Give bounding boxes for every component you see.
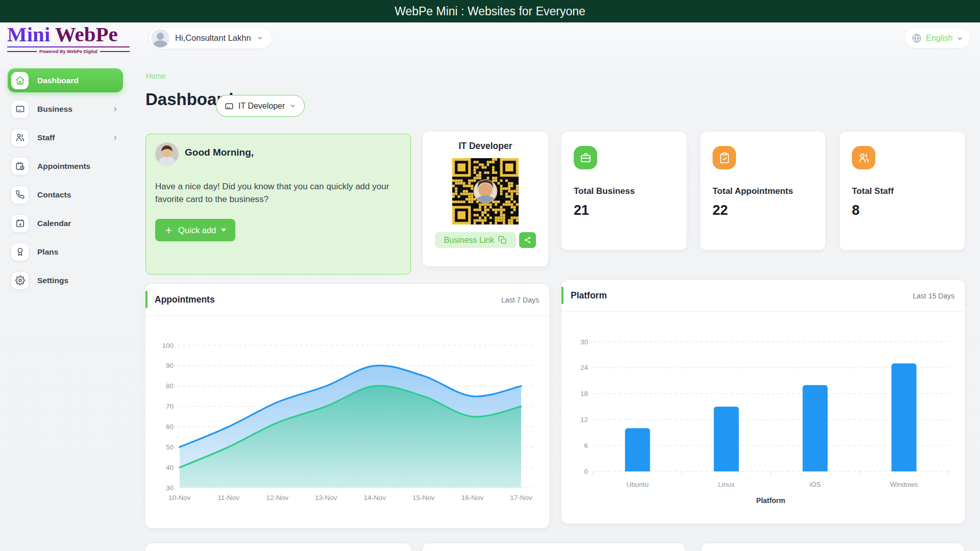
user-avatar bbox=[151, 29, 169, 47]
user-menu[interactable]: Hi,Consultant Lakhn bbox=[149, 27, 272, 49]
appointments-area-chart: 3040506070809010010-Nov11-Nov12-Nov13-No… bbox=[145, 316, 549, 527]
svg-text:11-Nov: 11-Nov bbox=[217, 494, 239, 502]
business-link-label: Business Link bbox=[444, 236, 495, 245]
home-icon bbox=[11, 72, 29, 89]
chevron-right-icon bbox=[112, 106, 119, 113]
business-name: IT Developer bbox=[435, 141, 536, 152]
svg-text:100: 100 bbox=[162, 342, 174, 349]
greeting-title: Good Morning, bbox=[185, 147, 254, 158]
chevron-right-icon bbox=[112, 134, 119, 141]
sidebar-item-calendar[interactable]: Calendar bbox=[8, 211, 123, 235]
svg-text:Ubuntu: Ubuntu bbox=[626, 481, 649, 488]
stat-label: Total Appointments bbox=[713, 186, 813, 196]
copy-icon bbox=[498, 236, 507, 244]
svg-text:Platform: Platform bbox=[756, 496, 786, 505]
svg-text:50: 50 bbox=[166, 443, 174, 451]
stat-value: 21 bbox=[574, 203, 674, 218]
plus-icon bbox=[164, 226, 173, 235]
sidebar-item-contacts[interactable]: Contacts bbox=[8, 183, 123, 207]
svg-text:iOS: iOS bbox=[810, 481, 821, 488]
svg-text:12: 12 bbox=[580, 416, 588, 423]
sidebar-item-dashboard[interactable]: Dashboard bbox=[8, 68, 123, 92]
stat-label: Total Business bbox=[574, 186, 674, 196]
clipboard-check-icon bbox=[713, 146, 736, 169]
accent-bar bbox=[561, 287, 564, 304]
svg-text:60: 60 bbox=[166, 423, 174, 431]
sidebar-item-label: Dashboard bbox=[37, 76, 79, 85]
app-logo[interactable]: Mini WebPe Powered By WebPe Digital bbox=[7, 23, 130, 54]
stat-card-total-business: Total Business 21 bbox=[561, 132, 687, 250]
credit-card-icon bbox=[225, 102, 234, 111]
svg-text:90: 90 bbox=[166, 362, 174, 369]
sidebar-item-label: Plans bbox=[37, 247, 58, 257]
platform-bar-chart: 0612182430UbuntuLinuxiOSWindowsPlatform bbox=[561, 312, 965, 522]
logo-wordmark: Mini WebPe bbox=[7, 23, 130, 47]
bottom-card-stub bbox=[423, 543, 685, 551]
globe-icon bbox=[912, 33, 922, 43]
chart-title: Appointments bbox=[155, 294, 215, 305]
chart-header: Platform Last 15 Days bbox=[561, 280, 965, 312]
greeting-card: Good Morning, Have a nice day! Did you k… bbox=[145, 134, 411, 274]
sidebar-item-business[interactable]: Business bbox=[8, 97, 123, 121]
business-selector-value: IT Developer bbox=[238, 102, 285, 111]
chart-period: Last 7 Days bbox=[501, 296, 539, 304]
briefcase-icon bbox=[574, 146, 597, 169]
svg-text:13-Nov: 13-Nov bbox=[315, 494, 337, 502]
business-qr-code bbox=[452, 158, 519, 224]
users-icon bbox=[11, 129, 29, 146]
svg-text:15-Nov: 15-Nov bbox=[412, 494, 435, 502]
language-selector[interactable]: English bbox=[905, 29, 970, 48]
svg-text:6: 6 bbox=[584, 442, 588, 449]
credit-card-icon bbox=[11, 101, 29, 118]
svg-text:16-Nov: 16-Nov bbox=[461, 494, 484, 502]
share-icon bbox=[524, 236, 531, 244]
quick-add-label: Quick add bbox=[178, 226, 216, 235]
users-icon bbox=[852, 146, 875, 169]
calendar-icon bbox=[11, 215, 29, 232]
svg-text:Windows: Windows bbox=[890, 481, 918, 488]
site-banner-title: WebPe Mini : Websites for Everyone bbox=[395, 5, 585, 18]
sidebar-item-settings[interactable]: Settings bbox=[8, 268, 123, 292]
sidebar-item-plans[interactable]: Plans bbox=[8, 240, 123, 264]
svg-text:12-Nov: 12-Nov bbox=[266, 494, 288, 502]
platform-chart-card: Platform Last 15 Days 0612182430UbuntuLi… bbox=[561, 280, 965, 523]
quick-add-button[interactable]: Quick add bbox=[155, 219, 235, 241]
sidebar-item-label: Settings bbox=[37, 276, 68, 285]
phone-icon bbox=[11, 186, 29, 204]
svg-text:30: 30 bbox=[166, 484, 174, 492]
bottom-card-stub bbox=[145, 543, 411, 551]
stat-card-total-appointments: Total Appointments 22 bbox=[700, 132, 825, 250]
sidebar-item-appointments[interactable]: Appointments bbox=[8, 154, 123, 178]
breadcrumb[interactable]: Home bbox=[146, 72, 166, 80]
user-greeting: Hi,Consultant Lakhn bbox=[175, 33, 251, 43]
greeting-message: Have a nice day! Did you know that you c… bbox=[155, 180, 399, 206]
sidebar: Dashboard Business Staff Appointments Co… bbox=[8, 68, 123, 297]
chart-header: Appointments Last 7 Days bbox=[145, 284, 549, 316]
svg-text:18: 18 bbox=[580, 390, 588, 397]
business-link-button[interactable]: Business Link bbox=[435, 232, 516, 248]
sidebar-item-staff[interactable]: Staff bbox=[8, 126, 123, 149]
bottom-card-stub bbox=[701, 543, 964, 551]
svg-text:70: 70 bbox=[166, 403, 174, 410]
chevron-down-icon bbox=[289, 103, 296, 109]
stat-card-total-staff: Total Staff 8 bbox=[840, 132, 965, 250]
svg-text:24: 24 bbox=[580, 364, 589, 371]
svg-text:Linux: Linux bbox=[718, 481, 735, 488]
business-link-card: IT Developer Business Link bbox=[423, 132, 548, 266]
chevron-down-icon bbox=[257, 35, 263, 41]
gear-icon bbox=[11, 272, 29, 289]
sidebar-item-label: Business bbox=[37, 105, 72, 114]
chart-title: Platform bbox=[571, 290, 607, 301]
award-icon bbox=[11, 243, 29, 261]
svg-text:14-Nov: 14-Nov bbox=[364, 494, 386, 502]
language-label: English bbox=[926, 34, 952, 43]
chevron-down-icon bbox=[957, 35, 963, 42]
chart-period: Last 15 Days bbox=[913, 292, 954, 300]
svg-text:17-Nov: 17-Nov bbox=[510, 494, 532, 502]
stat-label: Total Staff bbox=[852, 186, 952, 196]
calendar-clock-icon bbox=[11, 158, 29, 175]
business-selector-dropdown[interactable]: IT Developer bbox=[216, 95, 305, 117]
svg-text:30: 30 bbox=[580, 338, 588, 346]
share-button[interactable] bbox=[519, 232, 536, 248]
svg-text:0: 0 bbox=[584, 468, 588, 475]
